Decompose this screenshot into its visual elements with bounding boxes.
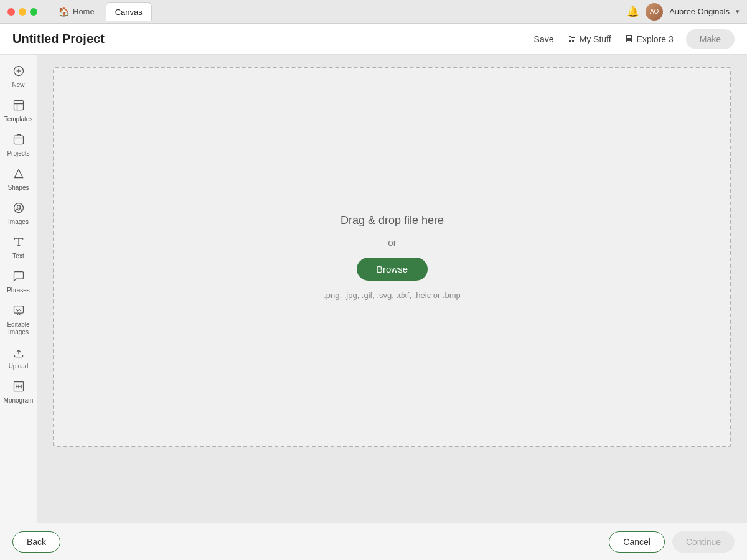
close-button[interactable] <box>7 8 15 16</box>
home-icon: 🏠 <box>59 7 69 17</box>
svg-rect-4 <box>14 136 23 144</box>
sidebar-item-shapes[interactable]: Shapes <box>1 162 36 195</box>
user-name: Aubree Originals <box>669 7 730 16</box>
sidebar-item-images-label: Images <box>8 218 29 226</box>
browse-button[interactable]: Browse <box>357 258 428 281</box>
my-stuff-label: My Stuff <box>580 34 611 44</box>
fullscreen-button[interactable] <box>30 8 37 16</box>
sidebar-item-upload-label: Upload <box>9 363 29 370</box>
sidebar-item-new-label: New <box>12 82 24 89</box>
make-button[interactable]: Make <box>686 29 735 49</box>
sidebar-item-new[interactable]: New <box>1 60 36 93</box>
tab-home-label: Home <box>73 7 95 16</box>
sidebar-item-phrases[interactable]: Phrases <box>1 265 36 298</box>
continue-button: Continue <box>672 531 735 553</box>
save-link[interactable]: Save <box>534 34 554 44</box>
main-layout: New Templates Projects Shapes Images <box>0 55 747 523</box>
sidebar-item-shapes-label: Shapes <box>8 184 29 192</box>
sidebar-item-images[interactable]: Images <box>1 197 36 230</box>
back-button[interactable]: Back <box>12 531 60 553</box>
avatar: AO <box>646 3 663 21</box>
sidebar-item-phrases-label: Phrases <box>7 287 30 294</box>
explore-icon: 🖥 <box>624 34 634 45</box>
project-title[interactable]: Untitled Project <box>12 32 105 46</box>
sidebar-item-templates-label: Templates <box>4 116 33 123</box>
monogram-icon <box>12 380 25 394</box>
tab-bar: 🏠 Home Canvas <box>50 2 152 21</box>
sidebar-item-upload[interactable]: Upload <box>1 341 36 374</box>
notification-icon[interactable]: 🔔 <box>627 6 639 17</box>
new-icon <box>12 65 25 79</box>
chevron-down-icon[interactable]: ▾ <box>736 7 740 16</box>
sidebar-item-templates[interactable]: Templates <box>1 94 36 127</box>
phrases-icon <box>12 270 25 284</box>
sidebar: New Templates Projects Shapes Images <box>0 55 37 523</box>
header-actions: Save 🗂 My Stuff 🖥 Explore 3 Make <box>534 29 735 49</box>
sidebar-item-text[interactable]: Text <box>1 231 36 264</box>
minimize-button[interactable] <box>19 8 26 16</box>
canvas-area: Drag & drop file here or Browse .png, .j… <box>37 55 747 523</box>
sidebar-item-editable-images-label: Editable Images <box>4 321 34 336</box>
tab-home[interactable]: 🏠 Home <box>50 2 103 21</box>
explore-label: Explore 3 <box>637 34 674 44</box>
traffic-lights <box>7 8 37 16</box>
header-bar: Untitled Project Save 🗂 My Stuff 🖥 Explo… <box>0 24 747 55</box>
projects-icon <box>12 133 25 147</box>
explore-link[interactable]: 🖥 Explore 3 <box>624 34 674 45</box>
svg-marker-5 <box>14 169 22 177</box>
sidebar-item-projects[interactable]: Projects <box>1 128 36 161</box>
sidebar-item-text-label: Text <box>12 253 24 260</box>
sidebar-item-editable-images[interactable]: Editable Images <box>1 299 36 340</box>
tab-canvas-label: Canvas <box>115 7 143 17</box>
upload-icon <box>12 346 25 360</box>
bottom-bar: Back Cancel Continue <box>0 523 747 560</box>
bottom-right-buttons: Cancel Continue <box>609 531 735 553</box>
tab-canvas[interactable]: Canvas <box>106 2 152 21</box>
drop-zone[interactable]: Drag & drop file here or Browse .png, .j… <box>53 67 731 447</box>
title-bar-right: 🔔 AO Aubree Originals ▾ <box>627 3 740 21</box>
svg-point-6 <box>17 205 20 208</box>
title-bar: 🏠 Home Canvas 🔔 AO Aubree Originals ▾ <box>0 0 747 24</box>
templates-icon <box>12 99 25 113</box>
file-types-text: .png, .jpg, .gif, .svg, .dxf, .heic or .… <box>324 291 461 300</box>
or-text: or <box>388 237 396 248</box>
images-icon <box>12 202 25 216</box>
cancel-button[interactable]: Cancel <box>609 531 665 553</box>
svg-rect-3 <box>14 101 23 110</box>
sidebar-item-projects-label: Projects <box>7 150 29 157</box>
my-stuff-link[interactable]: 🗂 My Stuff <box>566 34 611 45</box>
my-stuff-icon: 🗂 <box>566 34 576 45</box>
text-icon <box>12 236 25 250</box>
sidebar-item-monogram[interactable]: Monogram <box>1 375 36 408</box>
drag-drop-text: Drag & drop file here <box>341 214 444 227</box>
editable-images-icon <box>12 304 25 319</box>
shapes-icon <box>12 167 25 182</box>
sidebar-item-monogram-label: Monogram <box>4 397 34 404</box>
